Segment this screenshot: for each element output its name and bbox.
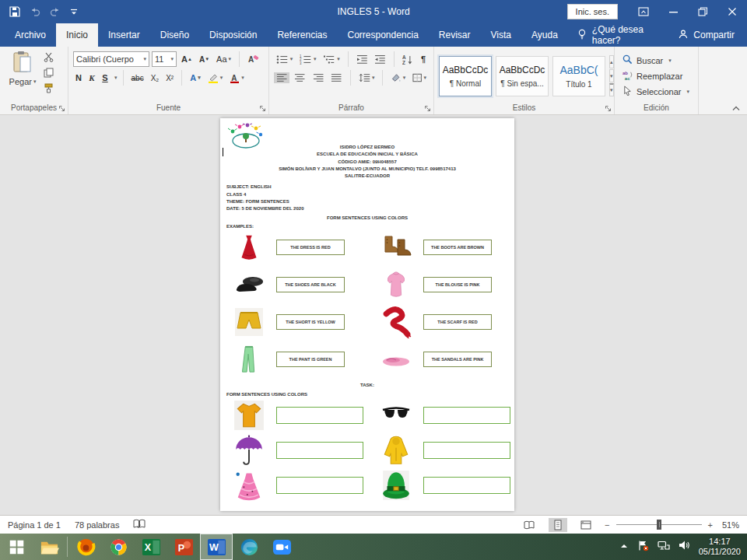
taskbar-app-excel[interactable]: X (135, 534, 167, 560)
multilevel-list-icon[interactable]: ▾ (321, 54, 342, 65)
tray-network-icon[interactable] (658, 540, 670, 554)
ribbon-display-icon[interactable] (629, 0, 658, 23)
read-mode-icon[interactable] (519, 519, 539, 531)
shading-icon[interactable]: ▾ (388, 72, 408, 83)
tell-me-button[interactable]: ¿Qué desea hacer? (568, 23, 666, 47)
outdent-icon[interactable] (354, 54, 370, 65)
styles-scroll-down-icon[interactable]: ▾ (609, 69, 614, 82)
dialog-launcher-icon[interactable] (605, 105, 612, 112)
web-layout-icon[interactable] (577, 518, 595, 532)
change-case-button[interactable]: Aa▾ (214, 54, 233, 65)
align-center-icon[interactable] (292, 72, 307, 83)
undo-icon[interactable] (30, 7, 40, 16)
highlight-icon[interactable]: ▾ (205, 72, 226, 84)
strikethrough-button[interactable]: abc (129, 73, 146, 83)
style-card[interactable]: AaBbC( Título 1 (552, 56, 605, 96)
sign-in-button[interactable]: Inic. ses. (567, 4, 618, 19)
restore-icon[interactable] (688, 0, 717, 23)
font-size-select[interactable]: 11▾ (152, 51, 177, 67)
ribbon-tab[interactable]: Revisar (429, 23, 481, 47)
tray-hidden-icon[interactable] (619, 540, 629, 554)
close-icon[interactable] (717, 0, 747, 23)
dialog-launcher-icon[interactable] (259, 105, 266, 112)
paste-button[interactable]: Pegar▾ (5, 51, 40, 101)
taskbar-app-firefox[interactable] (69, 534, 102, 560)
redo-icon[interactable] (50, 7, 61, 16)
clothing-image (230, 267, 268, 303)
underline-button[interactable]: S (100, 72, 110, 83)
grow-font-button[interactable]: A▲ (179, 54, 195, 65)
zoom-slider[interactable]: − + (605, 520, 713, 530)
tray-volume-icon[interactable] (679, 540, 690, 554)
word-count[interactable]: 78 palabras (75, 520, 120, 530)
taskbar-app-start[interactable] (0, 534, 33, 560)
editing-command[interactable]: abac Reemplazar (622, 69, 693, 82)
ribbon-tab[interactable]: Correspondencia (337, 23, 428, 47)
ribbon-tab[interactable]: Insertar (98, 23, 150, 47)
taskbar-app-zoomapp[interactable] (265, 534, 298, 560)
ribbon-tab[interactable]: Vista (481, 23, 521, 47)
editing-command[interactable]: Seleccionar ▾ (622, 85, 693, 98)
ribbon-tab[interactable]: Diseño (150, 23, 199, 47)
pilcrow-button[interactable]: ¶ (418, 54, 429, 65)
shrink-font-button[interactable]: A▼ (197, 54, 212, 65)
align-left-icon[interactable] (274, 72, 289, 83)
dialog-launcher-icon[interactable] (58, 105, 65, 112)
subscript-button[interactable]: X₂ (149, 73, 162, 83)
ribbon-tab[interactable]: Referencias (267, 23, 337, 47)
editing-command-label: Reemplazar (637, 72, 682, 81)
dialog-launcher-icon[interactable] (424, 105, 431, 112)
taskbar-app-edge[interactable] (233, 534, 265, 560)
superscript-button[interactable]: X² (163, 73, 176, 83)
zoom-thumb[interactable] (657, 520, 661, 530)
style-card[interactable]: AaBbCcDc ¶ Normal (439, 56, 492, 96)
collapse-ribbon-icon[interactable] (731, 103, 741, 113)
ribbon-tab[interactable]: Archivo (5, 23, 56, 47)
taskbar-app-chrome[interactable] (102, 534, 135, 560)
justify-icon[interactable] (328, 72, 344, 83)
zoom-in-icon[interactable]: + (708, 520, 713, 530)
share-button[interactable]: Compartir (666, 23, 747, 47)
ribbon-tab[interactable]: Inicio (56, 23, 98, 47)
taskbar-app-word[interactable]: W (200, 534, 233, 560)
sort-icon[interactable]: AZ (400, 54, 416, 65)
clear-format-icon[interactable]: A (245, 54, 261, 65)
font-name-select[interactable]: Calibri (Cuerpo▾ (73, 51, 149, 67)
proofing-icon[interactable] (133, 519, 146, 531)
align-right-icon[interactable] (310, 72, 326, 83)
ribbon-tab[interactable]: Ayuda (521, 23, 568, 47)
zoom-track[interactable] (616, 524, 702, 525)
save-icon[interactable] (9, 6, 20, 17)
tray-alert-icon[interactable] (637, 540, 649, 555)
bullet-list-icon[interactable]: ▾ (274, 54, 295, 65)
qat-customize-icon[interactable] (70, 8, 78, 16)
indent-icon[interactable] (372, 54, 388, 65)
zoom-out-icon[interactable]: − (605, 520, 609, 530)
document-page[interactable]: ISIDRO LÓPEZ BERMEOESCUELA DE EDUCACIÓN … (220, 118, 514, 511)
style-card[interactable]: AaBbCcDc ¶ Sin espa... (496, 56, 549, 96)
document-area[interactable]: ISIDRO LÓPEZ BERMEOESCUELA DE EDUCACIÓN … (0, 115, 747, 515)
numbered-list-icon[interactable]: 123▾ (297, 54, 318, 65)
cut-icon[interactable] (44, 52, 54, 64)
editing-command-icon (622, 86, 633, 97)
ribbon-tab[interactable]: Disposición (199, 23, 267, 47)
print-layout-icon[interactable] (549, 518, 567, 532)
taskbar-clock[interactable]: 14:17 05/11/2020 (699, 537, 741, 557)
copy-icon[interactable] (44, 68, 54, 79)
page-count[interactable]: Página 1 de 1 (8, 520, 61, 530)
sentence-text: THE DRESS IS RED (290, 245, 330, 250)
minimize-icon[interactable] (658, 0, 688, 23)
text-effects-button[interactable]: A▾ (188, 72, 202, 83)
styles-gallery-expand-icon[interactable]: ▾ (609, 83, 614, 96)
borders-icon[interactable]: ▾ (410, 72, 429, 83)
line-spacing-icon[interactable]: ▾ (356, 72, 377, 83)
taskbar-app-explorer[interactable] (33, 534, 65, 560)
styles-scroll-up-icon[interactable]: ▴ (609, 55, 614, 68)
editing-command[interactable]: Buscar ▾ (622, 54, 693, 67)
taskbar-app-powerpoint[interactable]: P (167, 534, 200, 560)
bold-button[interactable]: N (73, 72, 84, 83)
zoom-level[interactable]: 51% (722, 520, 739, 530)
font-color-icon[interactable]: A▾ (227, 72, 247, 84)
italic-button[interactable]: K (86, 72, 97, 83)
format-painter-icon[interactable] (44, 83, 54, 95)
